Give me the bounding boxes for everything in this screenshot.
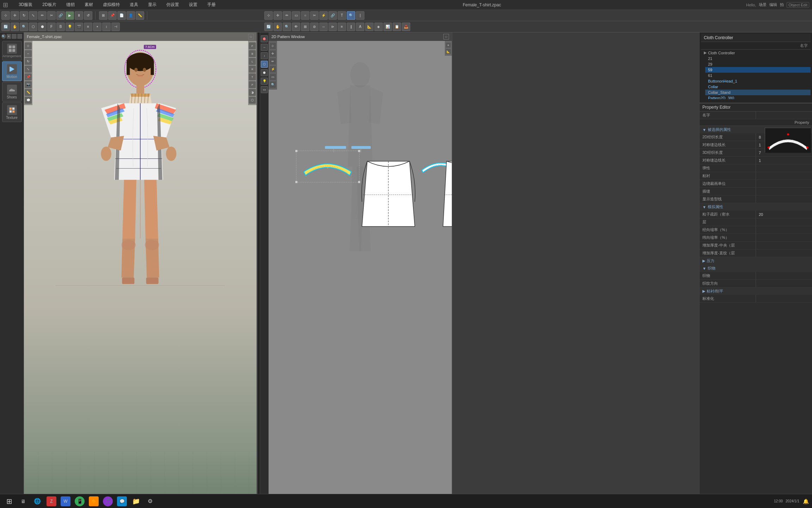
2d-seam-tool[interactable]: ⚡ [269,66,276,73]
sel-handle-bl[interactable] [295,181,297,183]
tb-wireframe[interactable]: ⬡ [29,23,37,31]
tb-sim[interactable]: ▶ [66,11,74,20]
prop-fusible-value[interactable] [756,175,812,177]
taskbar-start[interactable]: ⊞ [3,495,16,508]
prop-fabric-dir-value[interactable] [756,283,812,285]
prop-sym-seam-2-value[interactable]: 1 [756,157,812,164]
tb2d-zoom[interactable]: 🔍 [347,11,355,20]
center-tb-shadow[interactable]: 💡 [261,78,268,85]
prop-layer-value[interactable] [756,221,812,223]
tb2d-r-show[interactable]: 👁 [292,23,300,31]
taskbar-browser[interactable]: 🌐 [31,495,44,508]
collar-piece-selected[interactable] [300,154,355,177]
tb2d-edit[interactable]: ✛ [273,11,282,20]
vp-r-top[interactable]: T [249,73,256,80]
vp-r-front[interactable]: F [249,42,256,49]
menu-model[interactable]: 虚拟模特 [101,1,122,8]
tb2d-r-str[interactable]: ∥ [347,23,355,31]
tb2d-zip[interactable]: 🔗 [328,11,337,20]
center-tb-floor[interactable]: ▭ [261,86,268,93]
prop-insert-seam-value[interactable] [756,190,812,193]
center-tb-front[interactable]: 🎯 [261,35,268,42]
vp-pin-tool[interactable]: 📌 [25,73,32,80]
tb-pan[interactable]: ✋ [11,23,19,31]
sel-handle-tl[interactable] [295,150,297,152]
tb-measure[interactable]: 📏 [136,11,144,20]
sidebar-filter[interactable]: ≡ [7,34,11,39]
tb-solid[interactable]: ⬢ [38,23,47,31]
3d-expand-btn[interactable]: □ [248,34,254,40]
property-panel[interactable]: ▼ 被选择的属性 2D经织长度 8 对称缝边线长 1 3D经织长度 7 对称缝边… [700,126,812,494]
vp-r-persp[interactable]: P [249,81,256,88]
taskbar-app2[interactable]: W [59,495,72,508]
tree-n61[interactable]: 61 [705,73,811,78]
vp-measure-tool[interactable]: 📏 [25,89,32,96]
tb-cut[interactable]: ✂ [47,11,56,20]
tree-buttonhead[interactable]: ButtononHead_1 [705,78,811,84]
tb-zoom2[interactable]: 🔍 [20,23,28,31]
tb2d-pen[interactable]: ✏ [283,11,291,20]
taskbar-app1[interactable]: Z [45,495,58,508]
tb-seam[interactable]: 🔗 [56,11,65,20]
sidebar-search-icon[interactable]: 🔍 [1,34,6,39]
menu-3d[interactable]: 3D服装 [17,1,35,8]
edit-btn[interactable]: 编辑 [769,2,777,7]
tb-render[interactable]: 🎬 [75,23,83,31]
2d-shape-tool[interactable]: ▭ [269,73,276,80]
front-bodice-piece[interactable] [360,159,417,237]
tb-back[interactable]: B [56,23,65,31]
menu-display[interactable]: 显示 [146,1,159,8]
tb-move[interactable]: ✛ [11,11,19,20]
sidebar-list-view[interactable] [12,34,17,39]
tb2d-r-lay[interactable]: ≡ [338,23,346,31]
sidebar-tool-motion[interactable]: Motion [2,61,22,81]
prop-particle-value[interactable]: 20 [756,211,812,218]
vp-r-right[interactable]: R [249,66,256,73]
view-mode[interactable]: Object Edit [787,2,809,8]
menu-2d[interactable]: 2D板片 [40,1,58,8]
tree-collar-stand[interactable]: Collar_Stand [705,90,811,95]
tree-n21[interactable]: 21 [705,56,811,61]
tb2d-r-lbl[interactable]: A [356,23,364,31]
tb2d-r-seam[interactable]: ⊘ [310,23,319,31]
prop-warp-shrink-value[interactable] [756,229,812,231]
tb-mirror[interactable]: ⊣ [111,23,120,31]
prop-normalize-value[interactable] [756,298,812,300]
2d-zoom-tool[interactable]: 🔍 [269,81,276,88]
taskbar-app6[interactable]: 💬 [116,495,128,508]
tb2d-rect[interactable]: ▭ [292,11,300,20]
tb2d-r-msr[interactable]: 📐 [365,23,374,31]
tree-n29[interactable]: 29 [705,61,811,67]
prop-elasticity-value[interactable] [756,167,812,169]
taskbar-app5[interactable]: 🎵 [102,495,114,508]
section-shrink[interactable]: ▶ 粘衬/削平 [700,288,812,295]
pattern-area[interactable] [279,43,448,490]
taskbar-app3[interactable]: 📱 [73,495,86,508]
tb-particle[interactable]: ⚬ [93,23,102,31]
tb2d-measure[interactable]: | [356,11,364,20]
tree-n59[interactable]: 59 [705,67,811,73]
tb-normal[interactable]: ↕ [102,23,111,31]
prop-weft-shrink-value[interactable] [756,237,812,239]
tb2d-r-sym[interactable]: ↔ [319,23,328,31]
tb-avatar[interactable]: 👤 [127,11,135,20]
back-bodice-piece[interactable] [441,159,453,237]
section-fabric[interactable]: ▼ 织物 [700,265,812,272]
vp-r-wire[interactable]: ⬡ [249,97,256,104]
section-simulation[interactable]: ▼ 模拟属性 [700,203,812,211]
scene-btn[interactable]: 场景 [759,2,767,7]
tb-layer[interactable]: ≡ [84,23,92,31]
vp-r-back[interactable]: B [249,50,256,57]
prop-show-shape-value[interactable] [756,198,812,200]
tb-pause[interactable]: ⏸ [75,11,83,20]
tb2d-text[interactable]: T [338,11,346,20]
taskbar-app4[interactable]: 🔶 [87,495,100,508]
tree-pattern380a[interactable]: Pattern2D_380 [705,95,811,99]
tb-shadow[interactable]: 💡 [66,23,74,31]
prop-fabric-mat-value[interactable] [756,275,812,277]
tb2d-r-copy[interactable]: 📋 [393,23,401,31]
tb-reset[interactable]: ↺ [84,11,92,20]
sel-handle-tr[interactable] [358,150,360,152]
tb2d-r-paste[interactable]: 📥 [402,23,410,31]
vp-move-tool[interactable]: ↔ [25,50,32,57]
